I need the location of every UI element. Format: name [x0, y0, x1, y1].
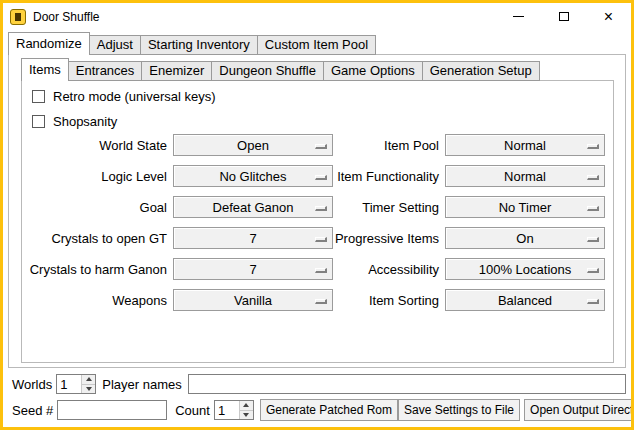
- tab-adjust[interactable]: Adjust: [89, 35, 141, 55]
- open-output-directory-button[interactable]: Open Output Directory: [524, 399, 634, 421]
- titlebar[interactable]: Door Shuffle ×: [3, 3, 631, 30]
- logic-level-label: Logic Level: [27, 169, 167, 184]
- tab-dungeon-shuffle[interactable]: Dungeon Shuffle: [211, 61, 324, 81]
- spinner-arrows: [81, 375, 95, 393]
- seed-row: Seed # Count Generate Patched Rom Save S…: [8, 399, 626, 421]
- weapons-label: Weapons: [27, 293, 167, 308]
- logic-level-dropdown[interactable]: No Glitches: [173, 165, 333, 187]
- tab-game-options[interactable]: Game Options: [323, 61, 423, 81]
- titlebar-drag-area[interactable]: [100, 3, 497, 30]
- maximize-button[interactable]: [541, 3, 586, 30]
- tab-items[interactable]: Items: [21, 58, 69, 81]
- app-icon: [10, 9, 26, 25]
- weapons-dropdown[interactable]: Vanilla: [173, 289, 333, 311]
- spin-up-button[interactable]: [82, 375, 95, 385]
- seed-label: Seed #: [12, 403, 53, 418]
- world-state-label: World State: [27, 138, 167, 153]
- minimize-button[interactable]: [496, 3, 541, 30]
- dropdown-indicator-icon: [587, 175, 599, 180]
- player-names-label: Player names: [102, 377, 181, 392]
- dropdown-value: Normal: [504, 169, 546, 184]
- retro-mode-label: Retro mode (universal keys): [53, 89, 216, 104]
- dropdown-indicator-icon: [315, 268, 327, 273]
- item-sorting-label: Item Sorting: [333, 293, 439, 308]
- retro-mode-checkbox[interactable]: Retro mode (universal keys): [32, 87, 216, 105]
- worlds-label: Worlds: [12, 377, 52, 392]
- tab-custom-item-pool[interactable]: Custom Item Pool: [257, 35, 376, 55]
- app-icon-core: [15, 13, 21, 21]
- save-settings-button[interactable]: Save Settings to File: [398, 399, 520, 421]
- dropdown-value: Normal: [504, 138, 546, 153]
- sub-tabbar: Items Entrances Enemizer Dungeon Shuffle…: [21, 58, 539, 81]
- crystals-to-harm-ganon-dropdown[interactable]: 7: [173, 258, 333, 280]
- accessibility-dropdown[interactable]: 100% Locations: [445, 258, 605, 280]
- count-spinner[interactable]: [214, 400, 254, 420]
- main-tabbar: Randomize Adjust Starting Inventory Cust…: [8, 32, 375, 55]
- accessibility-label: Accessibility: [333, 262, 439, 277]
- dropdown-value: 100% Locations: [479, 262, 572, 277]
- tab-entrances[interactable]: Entrances: [68, 61, 143, 81]
- seed-input[interactable]: [57, 400, 167, 420]
- items-pane: Retro mode (universal keys) Shopsanity W…: [21, 80, 614, 363]
- item-pool-dropdown[interactable]: Normal: [445, 134, 605, 156]
- settings-row: Goal Defeat Ganon Timer Setting No Timer: [27, 196, 608, 218]
- dropdown-indicator-icon: [315, 299, 327, 304]
- shopsanity-checkbox[interactable]: Shopsanity: [32, 112, 117, 130]
- arrow-up-icon: [86, 377, 92, 381]
- close-icon: ×: [604, 9, 613, 25]
- progressive-items-dropdown[interactable]: On: [445, 227, 605, 249]
- dropdown-value: 7: [249, 231, 256, 246]
- tab-starting-inventory[interactable]: Starting Inventory: [140, 35, 258, 55]
- progressive-items-label: Progressive Items: [333, 231, 439, 246]
- count-label: Count: [175, 403, 210, 418]
- settings-row: Logic Level No Glitches Item Functionali…: [27, 165, 608, 187]
- goal-label: Goal: [27, 200, 167, 215]
- close-button[interactable]: ×: [586, 3, 631, 30]
- spin-up-button[interactable]: [240, 401, 253, 411]
- crystals-to-open-gt-label: Crystals to open GT: [27, 231, 167, 246]
- arrow-down-icon: [243, 413, 249, 417]
- shopsanity-label: Shopsanity: [53, 114, 117, 129]
- minimize-icon: [513, 16, 524, 17]
- goal-dropdown[interactable]: Defeat Ganon: [173, 196, 333, 218]
- item-sorting-dropdown[interactable]: Balanced: [445, 289, 605, 311]
- dropdown-value: Defeat Ganon: [213, 200, 294, 215]
- dropdown-value: 7: [249, 262, 256, 277]
- dropdown-value: On: [516, 231, 533, 246]
- worlds-row: Worlds Player names: [8, 373, 626, 395]
- count-input[interactable]: [215, 401, 239, 419]
- world-state-dropdown[interactable]: Open: [173, 134, 333, 156]
- timer-setting-dropdown[interactable]: No Timer: [445, 196, 605, 218]
- dropdown-indicator-icon: [315, 175, 327, 180]
- dropdown-indicator-icon: [315, 206, 327, 211]
- arrow-up-icon: [243, 403, 249, 407]
- randomize-pane: Items Entrances Enemizer Dungeon Shuffle…: [8, 54, 626, 368]
- timer-setting-label: Timer Setting: [333, 200, 439, 215]
- worlds-input[interactable]: [57, 375, 81, 393]
- generate-patched-rom-button[interactable]: Generate Patched Rom: [260, 399, 398, 421]
- dropdown-value: Open: [237, 138, 269, 153]
- worlds-spinner[interactable]: [56, 374, 96, 394]
- crystals-to-open-gt-dropdown[interactable]: 7: [173, 227, 333, 249]
- spinner-arrows: [239, 401, 253, 419]
- app-window: Door Shuffle × Randomize Adjust Starting…: [0, 0, 634, 430]
- item-functionality-dropdown[interactable]: Normal: [445, 165, 605, 187]
- settings-row: World State Open Item Pool Normal: [27, 134, 608, 156]
- tab-randomize[interactable]: Randomize: [8, 32, 90, 55]
- dropdown-indicator-icon: [315, 144, 327, 149]
- player-names-input[interactable]: [188, 374, 626, 394]
- tab-generation-setup[interactable]: Generation Setup: [422, 61, 540, 81]
- checkbox-icon: [32, 90, 45, 103]
- spin-down-button[interactable]: [82, 385, 95, 394]
- dropdown-indicator-icon: [587, 144, 599, 149]
- tab-enemizer[interactable]: Enemizer: [141, 61, 212, 81]
- maximize-icon: [559, 12, 569, 21]
- spin-down-button[interactable]: [240, 411, 253, 420]
- dropdown-indicator-icon: [587, 299, 599, 304]
- dropdown-indicator-icon: [587, 206, 599, 211]
- window-title: Door Shuffle: [33, 10, 100, 24]
- dropdown-value: No Glitches: [219, 169, 286, 184]
- settings-row: Weapons Vanilla Item Sorting Balanced: [27, 289, 608, 311]
- dropdown-indicator-icon: [587, 268, 599, 273]
- dropdown-indicator-icon: [315, 237, 327, 242]
